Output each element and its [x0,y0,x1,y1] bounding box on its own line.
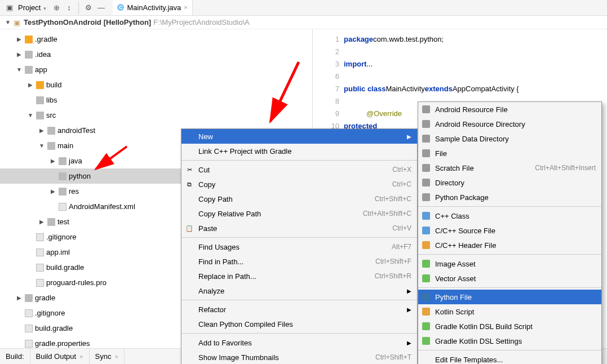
tree-item--idea[interactable]: ▶ .idea [0,47,312,62]
menu-clean-python-compiled-files[interactable]: Clean Python Compiled Files [181,317,417,331]
shortcut-label: Ctrl+Shift+F [375,258,411,265]
submenu-python-file[interactable]: Python File [418,290,601,304]
shortcut-label: Ctrl+Shift+T [375,353,411,361]
menu-label: Paste [198,224,217,233]
folder-icon [25,35,33,43]
menu-refactor[interactable]: Refactor▶ [181,302,417,317]
caret-icon[interactable]: ▶ [38,219,45,225]
submenu-kotlin-script[interactable]: Kotlin Script [418,304,601,319]
submenu-scratch-file[interactable]: Scratch FileCtrl+Alt+Shift+Insert [418,161,601,175]
menu-label: Copy Path [198,195,233,203]
caret-icon[interactable]: ▼ [16,66,23,73]
caret-icon[interactable]: ▶ [50,158,56,164]
menu-find-usages[interactable]: Find UsagesAlt+F7 [181,239,417,254]
folder-icon [36,112,44,119]
shortcut-label: Ctrl+C [392,180,411,188]
module-icon: ▣ [14,19,21,26]
project-dropdown[interactable]: Project [18,3,47,12]
shortcut-label: Ctrl+Alt+Shift+C [363,210,411,217]
submenu-file[interactable]: File [418,146,601,161]
file-icon [59,203,67,211]
submenu-vector-asset[interactable]: Vector Asset [418,271,601,286]
menu-copy-relative-path[interactable]: Copy Relative PathCtrl+Alt+Shift+C [181,206,417,221]
breadcrumb: ▼ ▣ TestPythonOnAndroid [HelloPython] F:… [0,16,607,29]
menu-replace-in-path-[interactable]: Replace in Path...Ctrl+Shift+R [181,269,417,283]
submenu-android-resource-directory[interactable]: Android Resource Directory [418,117,601,131]
file-icon [36,248,44,256]
menu-new[interactable]: New▶ [181,129,417,144]
menu-label: Add to Favorites [198,339,252,347]
code-line[interactable]: package com.wwb.test.python; [344,33,607,45]
submenu-gradle-kotlin-dsl-build-script[interactable]: Gradle Kotlin DSL Build Script [418,319,601,334]
tree-label: androidTest [57,126,95,135]
tree-label: java [69,157,82,165]
menu-find-in-path-[interactable]: Find in Path...Ctrl+Shift+F [181,254,417,269]
caret-icon[interactable]: ▶ [16,295,23,301]
menu-icon: ⧉ [185,180,194,189]
close-icon[interactable]: × [184,4,187,11]
shortcut-label: Ctrl+Alt+Shift+Insert [535,164,596,172]
caret-icon[interactable]: ▶ [16,36,23,42]
filetype-icon [422,164,430,172]
folder-icon [25,294,33,302]
caret-icon[interactable]: ▼ [38,143,45,149]
submenu-c-class[interactable]: C++ Class [418,208,601,223]
tree-label: gradle [35,294,55,302]
tree-item-build[interactable]: ▶ build [0,77,312,92]
tree-item-src[interactable]: ▼ src [0,108,312,123]
submenu-directory[interactable]: Directory [418,175,601,190]
submenu-gradle-kotlin-dsl-settings[interactable]: Gradle Kotlin DSL Settings [418,334,601,348]
filetype-icon [422,120,430,128]
new-submenu[interactable]: Android Resource FileAndroid Resource Di… [418,101,602,364]
menu-label: Gradle Kotlin DSL Settings [435,337,522,345]
submenu-android-resource-file[interactable]: Android Resource File [418,102,601,117]
menu-copy[interactable]: ⧉CopyCtrl+C [181,177,417,192]
minimize-icon[interactable]: — [96,3,106,13]
tree-item--gradle[interactable]: ▶ .gradle [0,32,312,47]
menu-label: Copy Relative Path [198,210,261,218]
target-icon[interactable]: ⊕ [51,3,61,13]
tree-label: src [46,111,56,119]
code-line[interactable] [344,45,607,57]
gear-icon[interactable]: ⚙ [83,3,94,13]
code-line[interactable]: public class MainActivity extends AppCom… [344,82,607,95]
caret-icon[interactable]: ▶ [16,51,23,57]
tree-item-app[interactable]: ▼ app [0,62,312,77]
menu-show-image-thumbnails[interactable]: Show Image ThumbnailsCtrl+Shift+T [181,350,417,364]
caret-icon[interactable]: ▼ [27,112,34,118]
submenu-c-c-header-file[interactable]: C/C++ Header File [418,238,601,252]
menu-label: Refactor [198,305,226,314]
sync-tab[interactable]: Sync× [90,349,125,364]
tree-label: app [35,65,47,74]
tree-item-libs[interactable]: libs [0,92,312,108]
menu-label: Gradle Kotlin DSL Build Script [435,322,533,331]
menu-paste[interactable]: 📋PasteCtrl+V [181,221,417,236]
collapse-icon[interactable]: ▼ [5,19,11,25]
menu-label: Android Resource Directory [435,120,525,128]
caret-icon[interactable]: ▶ [27,82,34,88]
caret-icon[interactable]: ▶ [50,188,56,194]
filetype-icon [422,193,430,201]
editor-tab-main[interactable]: C MainActivity.java × [113,0,192,15]
project-view-icon[interactable]: ▣ [5,3,15,13]
submenu-python-package[interactable]: Python Package [418,190,601,205]
menu-cut[interactable]: ✂CutCtrl+X [181,162,417,177]
submenu-edit-file-templates-[interactable]: Edit File Templates... [418,352,601,364]
code-line[interactable]: import ... [344,57,607,70]
submenu-c-c-source-file[interactable]: C/C++ Source File [418,223,601,238]
menu-add-to-favorites[interactable]: Add to Favorites▶ [181,335,417,350]
menu-analyze[interactable]: Analyze▶ [181,283,417,298]
submenu-sample-data-directory[interactable]: Sample Data Directory [418,131,601,146]
context-menu[interactable]: New▶Link C++ Project with Gradle✂CutCtrl… [181,128,418,364]
menu-label: New [198,132,213,141]
menu-copy-path[interactable]: Copy PathCtrl+Shift+C [181,192,417,206]
expand-icon[interactable]: ↕ [64,3,74,13]
build-output-tab[interactable]: Build Output× [30,349,90,364]
tree-label: res [69,187,79,196]
caret-icon[interactable]: ▶ [38,127,45,134]
code-line[interactable] [344,70,607,82]
submenu-image-asset[interactable]: Image Asset [418,256,601,271]
menu-label: Link C++ Project with Gradle [198,147,291,156]
tree-label: libs [46,96,57,104]
menu-link-c-project-with-gradle[interactable]: Link C++ Project with Gradle [181,144,417,158]
